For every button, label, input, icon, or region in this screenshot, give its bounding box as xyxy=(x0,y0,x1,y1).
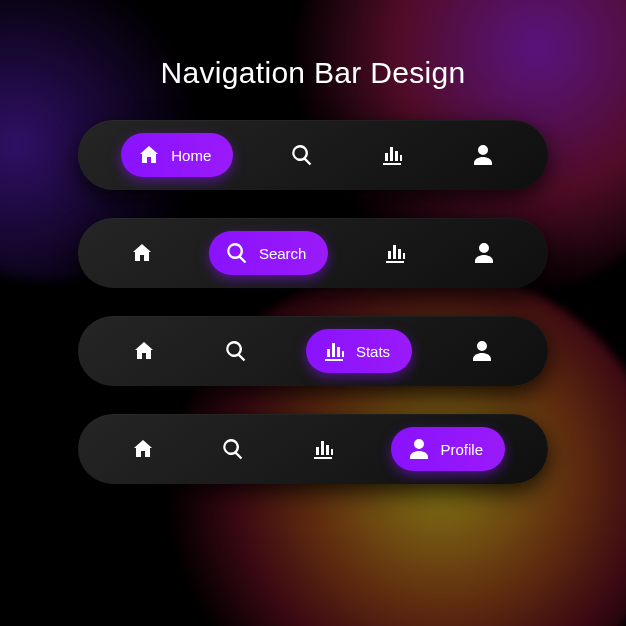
nav-item-search[interactable] xyxy=(211,427,255,471)
nav-item-home[interactable] xyxy=(122,329,166,373)
home-icon xyxy=(130,241,154,265)
profile-icon xyxy=(470,339,494,363)
nav-item-home[interactable] xyxy=(121,427,165,471)
search-icon xyxy=(290,143,314,167)
nav-item-stats[interactable] xyxy=(370,133,414,177)
navbar-variant-stats: Stats xyxy=(78,316,548,386)
navbar-collection: Home Search xyxy=(78,120,548,484)
navbar-variant-home: Home xyxy=(78,120,548,190)
home-icon xyxy=(132,339,156,363)
nav-item-label: Home xyxy=(171,147,211,164)
nav-item-profile[interactable] xyxy=(460,329,504,373)
nav-item-home[interactable]: Home xyxy=(121,133,233,177)
home-icon xyxy=(137,143,161,167)
stats-icon xyxy=(383,241,407,265)
nav-item-search[interactable]: Search xyxy=(209,231,329,275)
nav-item-label: Search xyxy=(259,245,307,262)
nav-item-label: Stats xyxy=(356,343,390,360)
search-icon xyxy=(224,339,248,363)
home-icon xyxy=(131,437,155,461)
nav-item-search[interactable] xyxy=(214,329,258,373)
stats-icon xyxy=(311,437,335,461)
nav-item-home[interactable] xyxy=(120,231,164,275)
nav-item-profile[interactable] xyxy=(461,133,505,177)
profile-icon xyxy=(471,143,495,167)
stats-icon xyxy=(322,339,346,363)
nav-item-profile[interactable] xyxy=(462,231,506,275)
nav-item-label: Profile xyxy=(441,441,484,458)
page-title: Navigation Bar Design xyxy=(161,56,466,90)
navbar-variant-profile: Profile xyxy=(78,414,548,484)
search-icon xyxy=(221,437,245,461)
nav-item-profile[interactable]: Profile xyxy=(391,427,506,471)
profile-icon xyxy=(472,241,496,265)
navbar-variant-search: Search xyxy=(78,218,548,288)
profile-icon xyxy=(407,437,431,461)
stats-icon xyxy=(380,143,404,167)
nav-item-stats[interactable]: Stats xyxy=(306,329,412,373)
search-icon xyxy=(225,241,249,265)
nav-item-search[interactable] xyxy=(280,133,324,177)
nav-item-stats[interactable] xyxy=(301,427,345,471)
nav-item-stats[interactable] xyxy=(373,231,417,275)
